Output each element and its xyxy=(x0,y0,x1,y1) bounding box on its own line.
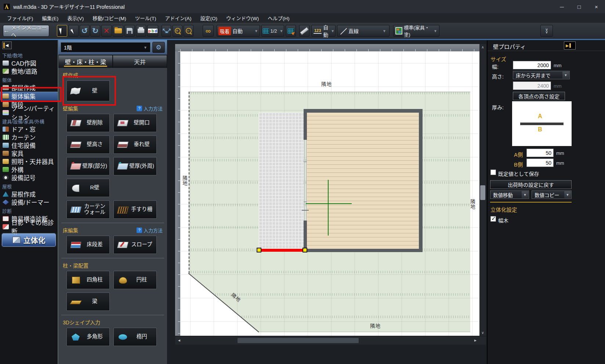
dimension-mode-dropdown[interactable]: 123 自動 ▼ xyxy=(311,25,336,37)
sidebar-item-site-road[interactable]: 敷地/道路 xyxy=(0,67,58,75)
maximize-button[interactable]: □ xyxy=(570,0,588,13)
side-a-input[interactable]: 50 xyxy=(526,149,554,157)
round-pillar-button[interactable]: 円柱 xyxy=(113,271,157,289)
input-method-help-link[interactable]: ?入力方法 xyxy=(137,105,163,112)
link-toggle-button[interactable]: ∞ xyxy=(203,25,214,37)
display-style-dropdown[interactable]: 標準(家具・塗) ▼ xyxy=(393,25,439,37)
sidebar-item-lighting[interactable]: 照明・天井器具 xyxy=(0,157,58,165)
sidebar-item-door-window[interactable]: ドア・窓 xyxy=(0,125,58,133)
menu-file[interactable]: ファイル(F) xyxy=(3,13,37,23)
menu-edit[interactable]: 編集(E) xyxy=(38,13,62,23)
sidebar-item-shadow-diagnosis[interactable]: 日影・その他診断 xyxy=(0,223,58,231)
floor-settings-button[interactable]: ⚙ xyxy=(152,42,165,53)
sidebar-item-curtain[interactable]: カーテン xyxy=(0,133,58,141)
snap-mode-dropdown[interactable]: 吸着 自動 ▼ xyxy=(217,25,260,37)
sidebar-collapse-button[interactable]: ◀ xyxy=(2,41,12,49)
redo-button[interactable]: ↻ xyxy=(90,25,100,37)
hanging-wall-button[interactable]: 垂れ壁 xyxy=(113,135,157,154)
input-method-help-link[interactable]: ?入力方法 xyxy=(137,227,163,234)
sidebar-item-roof-create[interactable]: 屋根作成 xyxy=(0,190,58,198)
multi-select-tool-button[interactable] xyxy=(68,25,79,37)
baseboard-checkbox[interactable] xyxy=(490,216,496,222)
wall-thickness-partial-button[interactable]: 壁厚(部分) xyxy=(66,157,110,175)
wall-top[interactable] xyxy=(304,109,423,113)
open-file-button[interactable] xyxy=(113,25,123,37)
wall-height-button[interactable]: 壁高さ xyxy=(66,135,110,154)
sidebar-item-cad[interactable]: CAD作図 xyxy=(0,59,58,67)
menu-window[interactable]: ウィンドウ(W) xyxy=(222,13,263,23)
scroll-left-icon[interactable]: ◄ xyxy=(176,338,182,342)
vertical-scrollbar-thumb[interactable] xyxy=(480,185,485,200)
horizontal-scrollbar[interactable]: ◄ ► xyxy=(175,336,486,345)
handrail-button[interactable]: 手すり柵 xyxy=(113,200,157,219)
sidebar-item-equipment-symbol[interactable]: 設備記号 xyxy=(0,174,58,182)
menu-help[interactable]: ヘルプ(H) xyxy=(264,13,293,23)
width-input[interactable]: 2000 xyxy=(513,61,551,69)
sidebar-item-zone-partition[interactable]: ゾーン/パーティション xyxy=(0,109,58,117)
square-pillar-button[interactable]: 四角柱 xyxy=(66,271,110,289)
zoom-fit-button[interactable]: ⤡⤢ xyxy=(162,25,171,37)
floor-step-button[interactable]: 床段差 xyxy=(66,236,110,254)
numeric-move-dropdown[interactable]: 数値移動▼ xyxy=(490,190,529,199)
wall-bottom[interactable] xyxy=(307,249,423,252)
tab-wall-floor-pillar-beam[interactable]: 壁・床・柱・梁 xyxy=(59,55,112,68)
save-default-checkbox[interactable] xyxy=(490,170,496,175)
menu-view[interactable]: 表示(V) xyxy=(63,13,88,23)
main-menu-button[interactable]: ← メインメニューへ xyxy=(3,25,49,37)
wall-opening-button[interactable]: 壁開口 xyxy=(113,114,157,132)
scroll-up-icon[interactable]: ∧ xyxy=(479,45,486,49)
slope-button[interactable]: スロープ xyxy=(113,236,157,254)
pbd-export-button[interactable]: pbd xyxy=(147,25,158,37)
floor-select[interactable]: 1階 ▼ xyxy=(61,42,151,52)
ellipse-shape-button[interactable]: 楕円 xyxy=(113,328,157,346)
measure-button[interactable] xyxy=(299,25,309,37)
menu-move-copy[interactable]: 移動/コピー(M) xyxy=(88,13,130,23)
select-tool-button[interactable] xyxy=(57,25,67,37)
vertical-scrollbar[interactable]: ∧ ∨ xyxy=(479,44,486,336)
numeric-copy-dropdown[interactable]: 数値コピー▼ xyxy=(532,190,572,199)
scroll-right-icon[interactable]: ► xyxy=(472,338,479,342)
sidebar-item-furniture[interactable]: 家具 xyxy=(0,149,58,157)
wall-right[interactable] xyxy=(419,109,423,252)
wall-delete-button[interactable]: 壁削除 xyxy=(66,114,110,132)
height-mode-select[interactable]: 床から天井まで▼ xyxy=(513,71,570,79)
reset-defaults-button[interactable]: 出荷時の設定に戻す xyxy=(490,180,572,189)
polygon-shape-button[interactable]: 多角形 xyxy=(66,328,110,346)
panel-collapse-button[interactable]: ▶ xyxy=(564,41,576,50)
scroll-down-icon[interactable]: ∨ xyxy=(479,331,486,335)
drawing-canvas[interactable]: 隣地 隣地 隣地 隣地 隣地 ∧ ∨ ◄ ► xyxy=(175,40,487,364)
curtain-wall-button[interactable]: カーテン ウォール xyxy=(66,200,110,219)
grid-edit-button[interactable] xyxy=(286,25,296,37)
sidebar-item-housing-equipment[interactable]: 住宅設備 xyxy=(0,141,58,149)
cad-icon xyxy=(3,61,9,66)
close-button[interactable]: × xyxy=(588,0,605,13)
draw-line-mode-dropdown[interactable]: ／ 直線 ▼ xyxy=(337,25,390,37)
zoom-in-button[interactable]: + xyxy=(173,25,182,37)
beam-button[interactable]: 梁 xyxy=(66,292,110,311)
plan-view[interactable]: 隣地 隣地 隣地 隣地 隣地 xyxy=(180,51,479,336)
save-button[interactable] xyxy=(124,25,135,37)
wall-thickness-outer-button[interactable]: 壁厚(外周) xyxy=(113,157,157,175)
new-wall-segment[interactable] xyxy=(258,249,307,252)
wall-endpoint-handle[interactable] xyxy=(257,248,261,252)
menu-addin[interactable]: アドイン(A) xyxy=(161,13,196,23)
sidebar-item-dormer[interactable]: 設備/ドーマー xyxy=(0,198,58,206)
wall-endpoint-handle[interactable] xyxy=(302,248,307,252)
grid-icon xyxy=(262,28,269,34)
side-b-input[interactable]: 50 xyxy=(526,159,554,167)
sidebar-item-exterior[interactable]: 外構 xyxy=(0,165,58,174)
tab-ceiling[interactable]: 天井 xyxy=(113,55,167,68)
menu-tools[interactable]: ツール(T) xyxy=(131,13,160,23)
delete-button[interactable]: ✕ xyxy=(101,25,112,37)
vertex-height-button[interactable]: 各頂点の高さ設定 xyxy=(513,92,565,100)
horizontal-scrollbar-thumb[interactable] xyxy=(238,338,359,343)
r-wall-button[interactable]: R壁 xyxy=(66,179,110,197)
wall-left-upper[interactable] xyxy=(304,109,307,140)
print-button[interactable] xyxy=(136,25,146,37)
minimize-button[interactable]: ─ xyxy=(553,0,570,13)
zoom-out-button[interactable]: − xyxy=(184,25,193,37)
menu-settings[interactable]: 設定(O) xyxy=(196,13,222,23)
toolbar-expand-button[interactable]: ∨∨ xyxy=(540,25,553,37)
grid-scale-dropdown[interactable]: 1/2 ▼ xyxy=(261,25,284,37)
undo-button[interactable]: ↺ xyxy=(80,25,90,37)
